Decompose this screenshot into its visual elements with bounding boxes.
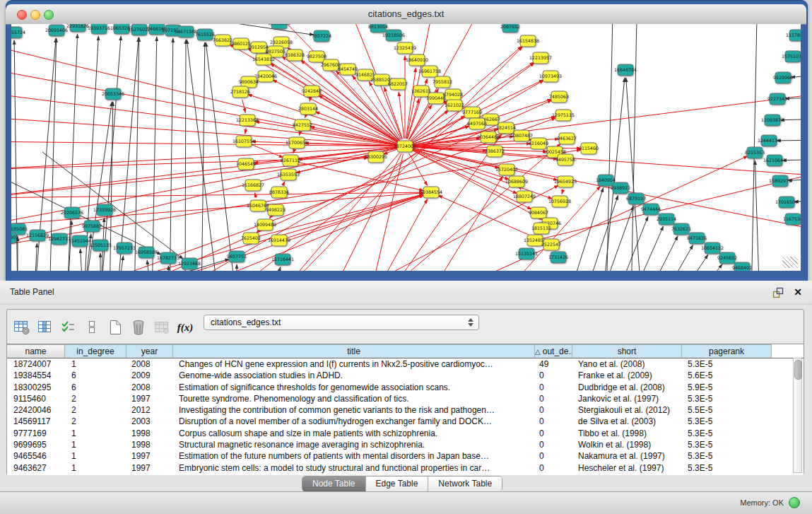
table-row[interactable]: 969969511998Structural magnetic resonanc… [7, 439, 804, 450]
graph-node[interactable]: 9860125 [231, 38, 251, 49]
table-scrollbar-thumb[interactable] [794, 360, 802, 380]
graph-node[interactable]: 11178528 [786, 30, 801, 41]
graph-node[interactable]: 16210643 [763, 155, 786, 166]
graph-node[interactable]: 10807487 [510, 130, 533, 141]
graph-node[interactable]: 11700656 [286, 137, 308, 148]
graph-node[interactable]: 1824514 [496, 122, 516, 134]
graph-node[interactable]: 10688609 [505, 176, 528, 187]
resize-grip[interactable] [782, 257, 798, 268]
tab-node-table[interactable]: Node Table [302, 477, 365, 491]
graph-node[interactable]: 11451944 [69, 235, 91, 247]
tab-edge-table[interactable]: Edge Table [365, 477, 428, 491]
column-header-title[interactable]: title [173, 344, 535, 358]
graph-node[interactable]: 19384554 [420, 187, 442, 198]
table-selector-dropdown[interactable]: citations_edges.txt [204, 315, 479, 330]
table-row[interactable]: 1830029562008Estimation of significance … [7, 382, 804, 393]
graph-node[interactable]: 19218506 [382, 30, 405, 41]
graph-node[interactable]: 18640910 [406, 54, 428, 66]
graph-node[interactable]: 9529966 [773, 72, 793, 83]
graph-node[interactable]: 16958167 [135, 247, 158, 258]
graph-node[interactable]: 18300295 [365, 151, 387, 163]
graph-node[interactable]: 12505135 [89, 240, 112, 251]
graph-node[interactable]: 2087652 [500, 24, 520, 33]
table-settings-icon[interactable] [13, 318, 31, 337]
graph-node[interactable]: 7663822 [213, 35, 233, 46]
graph-node[interactable]: 15720407 [495, 164, 518, 175]
graph-node[interactable]: 12213957 [529, 52, 552, 64]
graph-node[interactable]: 10756928 [548, 196, 571, 207]
graph-node[interactable]: 6216049 [529, 138, 548, 149]
graph-node[interactable]: 6822057 [388, 78, 408, 90]
graph-node[interactable]: 7625402 [241, 233, 261, 244]
graph-node[interactable]: 7615526 [195, 29, 215, 40]
graph-node[interactable]: 8938922 [611, 182, 630, 194]
graph-node[interactable]: 18807249 [513, 191, 536, 202]
graph-node[interactable]: 12093872 [761, 115, 784, 126]
column-header-name[interactable]: name [7, 344, 65, 358]
graph-node[interactable]: 12213364 [236, 115, 259, 126]
graph-node[interactable]: 16107554 [233, 136, 255, 147]
graph-node[interactable]: 9474444 [641, 204, 661, 215]
table-row[interactable]: 2242004622012Investigating the contribut… [7, 404, 804, 416]
row-boxes-icon[interactable] [83, 318, 101, 337]
show-columns-icon[interactable] [36, 318, 54, 337]
table-row[interactable]: 946362711997Embryonic stem cells: a mode… [7, 462, 804, 474]
column-header-pagerank[interactable]: pagerank [682, 344, 772, 358]
network-canvas[interactable]: 2405572420691406229318261939371610653287… [11, 24, 801, 271]
graph-node[interactable]: 12325419 [394, 42, 416, 54]
graph-node[interactable]: 18724007 [394, 141, 416, 152]
graph-node[interactable]: 6497568 [467, 118, 487, 129]
graph-node[interactable]: 9777169 [462, 107, 482, 118]
new-column-icon[interactable] [106, 318, 124, 337]
graph-node[interactable]: 2803144 [298, 103, 318, 115]
graph-node[interactable]: 9975887 [82, 221, 102, 232]
graph-node[interactable]: 15751074 [782, 51, 801, 62]
table-row[interactable]: 1938455462009Genome-wide association stu… [7, 370, 804, 381]
graph-node[interactable]: 17359928 [93, 204, 116, 216]
table-row[interactable]: 1456911722003Disruption of a novel membe… [7, 416, 804, 427]
graph-node[interactable]: 7955812 [433, 76, 452, 88]
graph-node[interactable]: 8186328 [285, 49, 305, 61]
graph-node[interactable]: 16154838 [517, 35, 539, 47]
graph-node[interactable]: 12942737 [48, 233, 71, 245]
graph-node[interactable]: 9245652 [717, 252, 737, 264]
graph-node[interactable]: 1046549 [236, 158, 256, 170]
graph-node[interactable]: 20053346 [102, 88, 124, 100]
graph-node[interactable]: 6794028 [443, 89, 463, 100]
graph-node[interactable]: 19654923 [554, 176, 577, 187]
table-scrollbar[interactable] [793, 358, 802, 473]
graph-node[interactable]: 24055724 [11, 27, 25, 38]
graph-node[interactable]: 7485063 [549, 91, 569, 103]
table-row[interactable]: 1872400712008Changes of HCN gene express… [7, 358, 804, 370]
graph-node[interactable]: 9468402 [732, 262, 752, 271]
graph-node[interactable]: 16961758 [418, 66, 441, 77]
graph-node[interactable]: 15135141 [515, 248, 538, 259]
graph-node[interactable]: 14099489 [254, 219, 276, 230]
graph-node[interactable]: 14671388 [175, 26, 197, 37]
graph-node[interactable]: 16353553 [277, 169, 300, 180]
graph-node[interactable]: 8471626 [687, 233, 707, 244]
column-header-in-degree[interactable]: in_degree [65, 344, 126, 358]
graph-node[interactable]: 6879197 [626, 193, 646, 204]
graph-node[interactable]: 9495758 [555, 154, 575, 165]
graph-node[interactable]: 8267110 [281, 155, 300, 166]
graph-node[interactable]: 8215353 [745, 147, 765, 158]
graph-node[interactable]: 16914479 [268, 235, 290, 246]
column-header-year[interactable]: year [126, 344, 173, 358]
close-panel-icon[interactable]: ✕ [792, 286, 804, 298]
graph-node[interactable]: 12444134 [758, 135, 780, 146]
graph-node[interactable]: 8878334 [269, 187, 289, 198]
delete-table-icon[interactable] [153, 318, 171, 337]
graph-node[interactable]: 9498223 [266, 204, 286, 216]
graph-node[interactable]: 9857751 [227, 251, 247, 262]
delete-column-icon[interactable] [129, 318, 148, 337]
column-checklist-icon[interactable] [59, 318, 78, 337]
graph-node[interactable]: 20691406 [45, 25, 68, 36]
table-row[interactable]: 977716911998Corpus callosum shape and si… [7, 428, 804, 439]
citation-graph[interactable]: 2405572420691406229318261939371610653287… [11, 24, 801, 271]
graph-node[interactable]: 2718126 [230, 86, 250, 98]
graph-node[interactable]: 1815132 [531, 223, 551, 234]
graph-node[interactable]: 16543812 [252, 54, 275, 65]
table-row[interactable]: 946554611997Estimation of the future num… [7, 450, 804, 462]
graph-node[interactable]: 1621022 [445, 100, 464, 111]
